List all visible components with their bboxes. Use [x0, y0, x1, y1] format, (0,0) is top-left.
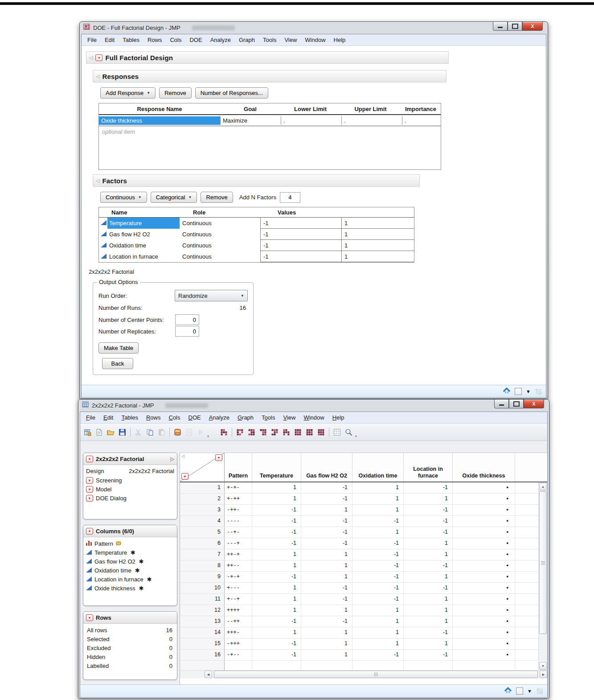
row-number-cell[interactable]: 13	[180, 616, 225, 627]
disclosure-icon[interactable]: ◁	[96, 178, 99, 183]
pattern-cell[interactable]: ---+	[225, 538, 252, 549]
value-cell[interactable]: -1	[404, 560, 453, 571]
menu-item-tables[interactable]: Tables	[119, 36, 143, 44]
column-item-temperature[interactable]: Temperature✱	[86, 548, 174, 557]
missing-value-cell[interactable]: •	[453, 650, 515, 660]
menu-item-doe[interactable]: DOE	[185, 36, 206, 44]
menu-item-tables[interactable]: Tables	[117, 413, 142, 422]
rows-menu-icon[interactable]: ▼	[181, 473, 188, 480]
response-lower-limit-cell[interactable]: .	[281, 116, 342, 125]
grid-corner-cell[interactable]: ◁ ▼ ▼	[180, 453, 225, 482]
column-header[interactable]: Name	[99, 209, 190, 216]
factor-role-cell[interactable]: Continuous	[180, 229, 260, 240]
vertical-scroll-thumb[interactable]	[539, 491, 547, 634]
factor-low-value-cell[interactable]: -1	[260, 229, 341, 240]
maximize-button[interactable]	[509, 399, 524, 408]
column-header[interactable]: Importance	[401, 105, 441, 113]
row-number-cell[interactable]: 16	[180, 650, 225, 660]
value-cell[interactable]: -1	[352, 560, 404, 571]
pattern-cell[interactable]: +++-	[225, 627, 252, 638]
missing-value-cell[interactable]: •	[453, 638, 515, 649]
factor-low-value-cell[interactable]: -1	[260, 251, 341, 262]
value-cell[interactable]: -1	[301, 494, 352, 504]
horizontal-scrollbar[interactable]: ◀ ▶	[180, 670, 547, 678]
value-cell[interactable]: 1	[301, 650, 352, 660]
outline-responses[interactable]: ◁ Responses	[93, 70, 447, 82]
design-icon-3[interactable]	[246, 427, 257, 437]
center-points-input[interactable]	[175, 314, 199, 325]
pattern-cell[interactable]: ----	[225, 516, 252, 527]
missing-value-cell[interactable]: •	[453, 516, 515, 527]
value-cell[interactable]: 1	[352, 616, 404, 627]
red-triangle-menu-icon[interactable]: ▼	[95, 54, 102, 61]
column-header-temperature[interactable]: Temperature	[252, 453, 301, 482]
column-header-pattern[interactable]: Pattern	[225, 453, 252, 482]
menu-item-cols[interactable]: Cols	[166, 36, 185, 44]
menu-item-graph[interactable]: Graph	[234, 413, 258, 422]
row-number-cell[interactable]: 7	[180, 549, 225, 560]
copy-icon[interactable]	[145, 427, 155, 437]
pattern-cell[interactable]: ++-+	[225, 549, 252, 560]
continuous-button[interactable]: Continuous▼	[100, 192, 147, 203]
value-cell[interactable]: 1	[352, 494, 404, 504]
value-cell[interactable]: -1	[404, 583, 453, 593]
value-cell[interactable]: 1	[404, 605, 453, 616]
column-header-oxidation-time[interactable]: Oxidation time	[352, 453, 404, 482]
pattern-cell[interactable]: --+-	[225, 527, 252, 538]
value-cell[interactable]: 1	[301, 549, 352, 560]
red-triangle-menu-icon[interactable]: ▼	[86, 486, 93, 493]
value-cell[interactable]: 1	[301, 505, 352, 515]
factor-role-cell[interactable]: Continuous	[180, 218, 260, 229]
missing-value-cell[interactable]: •	[453, 505, 515, 515]
value-cell[interactable]: -1	[352, 650, 404, 660]
columns-panel-header[interactable]: ▼ Columns (6/0)	[83, 525, 177, 537]
missing-value-cell[interactable]: •	[453, 583, 515, 593]
value-cell[interactable]: 1	[252, 494, 301, 504]
resize-grip[interactable]	[536, 389, 541, 395]
open-icon[interactable]	[106, 427, 116, 437]
value-cell[interactable]: 1	[252, 482, 301, 493]
value-cell[interactable]: -1	[301, 482, 352, 493]
menu-item-tools[interactable]: Tools	[258, 413, 279, 422]
menu-item-edit[interactable]: Edit	[99, 413, 117, 422]
menu-item-window[interactable]: Window	[299, 413, 328, 422]
menu-item-doe[interactable]: DOE	[184, 413, 205, 422]
remove-response-button[interactable]: Remove	[159, 87, 191, 99]
missing-value-cell[interactable]: •	[453, 627, 515, 638]
column-header[interactable]: Goal	[220, 105, 280, 113]
design-icon-1[interactable]	[219, 427, 229, 437]
value-cell[interactable]: -1	[404, 505, 453, 515]
column-header[interactable]: Lower Limit	[280, 105, 340, 113]
row-number-cell[interactable]: 8	[180, 560, 225, 571]
column-item-gas-flow-h2-o2[interactable]: Gas flow H2 O2✱	[86, 557, 174, 566]
value-cell[interactable]: 1	[404, 638, 453, 649]
value-cell[interactable]: -1	[352, 572, 404, 582]
value-cell[interactable]: -1	[252, 638, 301, 649]
value-cell[interactable]: 1	[252, 583, 301, 593]
disclosure-icon[interactable]: ◁	[96, 74, 99, 79]
scroll-left-icon[interactable]: ◀	[205, 671, 212, 678]
pattern-cell[interactable]: +-+-	[225, 482, 252, 493]
column-header[interactable]: Upper Limit	[340, 105, 401, 113]
menu-item-rows[interactable]: Rows	[142, 413, 165, 422]
close-button[interactable]: X	[524, 399, 544, 408]
vertical-scrollbar[interactable]: ▲ ▼	[538, 482, 547, 670]
response-name-cell[interactable]: Oxide thickness	[99, 116, 221, 125]
close-button[interactable]: X	[522, 22, 543, 31]
home-window-icon[interactable]	[503, 387, 511, 396]
missing-value-cell[interactable]: •	[453, 527, 515, 538]
add-n-factors-input[interactable]	[280, 192, 300, 203]
red-triangle-menu-icon[interactable]: ▼	[86, 477, 93, 484]
value-cell[interactable]: 1	[301, 638, 352, 649]
factor-high-value-cell[interactable]: 1	[341, 229, 414, 240]
replicates-input[interactable]	[175, 326, 199, 337]
menu-item-file[interactable]: File	[82, 413, 99, 422]
row-number-cell[interactable]: 14	[180, 627, 225, 638]
script-item-model[interactable]: ▼Model	[86, 485, 174, 494]
missing-value-cell[interactable]: •	[453, 572, 515, 582]
menu-item-cols[interactable]: Cols	[164, 413, 184, 422]
value-cell[interactable]: -1	[252, 538, 301, 549]
value-cell[interactable]: -1	[352, 549, 404, 560]
response-upper-limit-cell[interactable]: .	[342, 116, 402, 125]
column-item-oxide-thickness[interactable]: Oxide thickness✱	[86, 584, 174, 593]
